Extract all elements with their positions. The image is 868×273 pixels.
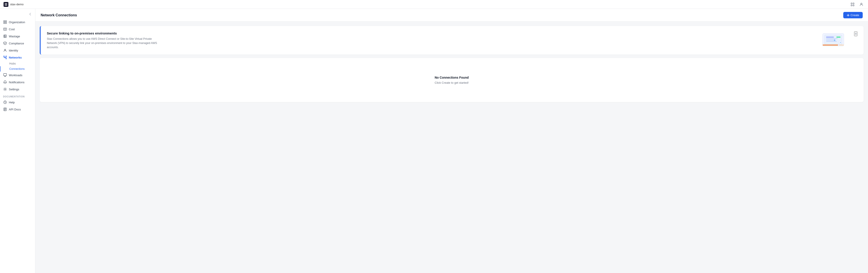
sidebar-sub-item-hubs[interactable]: Hubs bbox=[0, 61, 35, 66]
topbar: stax-demo bbox=[0, 0, 868, 9]
svg-rect-5 bbox=[4, 21, 5, 22]
sidebar-sub-label-hubs: Hubs bbox=[9, 62, 16, 65]
topbar-right bbox=[849, 1, 865, 7]
sidebar-sub-label-connections: Connections bbox=[9, 67, 25, 70]
organization-icon bbox=[3, 20, 7, 24]
info-banner-illustration bbox=[819, 31, 850, 49]
settings-icon bbox=[3, 87, 7, 91]
sidebar-item-identity[interactable]: Identity bbox=[0, 47, 35, 54]
svg-point-17 bbox=[5, 89, 5, 90]
notifications-icon bbox=[3, 80, 7, 84]
help-icon bbox=[3, 100, 7, 104]
sidebar-label-notifications: Notifications bbox=[9, 81, 25, 84]
sidebar-label-workloads: Workloads bbox=[9, 73, 22, 77]
api-docs-icon bbox=[3, 107, 7, 111]
sidebar-item-workloads[interactable]: Workloads bbox=[0, 71, 35, 79]
sidebar-item-settings[interactable]: Settings bbox=[0, 86, 35, 93]
svg-rect-26 bbox=[826, 41, 837, 42]
empty-state-title: No Connections Found bbox=[435, 76, 469, 79]
wastage-icon bbox=[3, 34, 7, 38]
topbar-left: stax-demo bbox=[3, 2, 24, 7]
empty-state-description: Click Create to get started! bbox=[435, 81, 469, 84]
sidebar-sub-item-connections[interactable]: Connections bbox=[0, 66, 35, 71]
svg-rect-3 bbox=[853, 5, 854, 6]
sidebar-label-compliance: Compliance bbox=[9, 42, 24, 45]
svg-rect-29 bbox=[823, 44, 838, 46]
create-button[interactable]: Create bbox=[843, 12, 863, 18]
illustration-svg bbox=[819, 31, 850, 49]
svg-rect-1 bbox=[853, 3, 854, 4]
svg-point-4 bbox=[861, 3, 862, 4]
app-title: stax-demo bbox=[10, 3, 24, 6]
sidebar-label-cost: Cost bbox=[9, 28, 15, 31]
svg-point-19 bbox=[5, 103, 5, 103]
svg-rect-7 bbox=[4, 23, 5, 24]
svg-rect-24 bbox=[826, 38, 838, 39]
sidebar-item-notifications[interactable]: Notifications bbox=[0, 79, 35, 86]
user-icon[interactable] bbox=[858, 1, 865, 7]
main-content: Network Connections Create Secure linkin… bbox=[35, 9, 868, 273]
svg-rect-30 bbox=[839, 44, 844, 46]
svg-rect-6 bbox=[5, 21, 7, 22]
main-header: Network Connections Create bbox=[35, 9, 868, 22]
info-banner-description: Stax Connections allows you to use AWS D… bbox=[47, 37, 162, 49]
svg-rect-2 bbox=[851, 5, 852, 6]
svg-point-32 bbox=[834, 40, 835, 41]
grid-icon[interactable] bbox=[849, 1, 856, 7]
svg-rect-16 bbox=[3, 73, 7, 76]
sidebar-label-organization: Organization bbox=[9, 21, 25, 24]
sidebar-item-api-docs[interactable]: API Docs bbox=[0, 106, 35, 113]
svg-rect-8 bbox=[5, 23, 7, 24]
svg-rect-23 bbox=[826, 36, 834, 37]
sidebar-item-cost[interactable]: Cost bbox=[0, 26, 35, 33]
app-logo bbox=[3, 2, 8, 7]
sidebar-item-compliance[interactable]: Compliance bbox=[0, 40, 35, 47]
sidebar-item-help[interactable]: Help bbox=[0, 99, 35, 106]
sidebar-label-settings: Settings bbox=[9, 88, 19, 91]
layout: Organization Cost Wastage bbox=[0, 9, 868, 273]
doc-section-label: DOCUMENTATION bbox=[0, 93, 35, 99]
info-banner-close-button[interactable]: × bbox=[854, 31, 858, 36]
sidebar-collapse bbox=[0, 10, 35, 19]
collapse-button[interactable] bbox=[28, 11, 33, 17]
main-body: Secure linking to on-premises environmen… bbox=[35, 22, 868, 273]
sidebar-label-identity: Identity bbox=[9, 49, 18, 52]
identity-icon bbox=[3, 49, 7, 52]
sidebar-item-networks[interactable]: Networks bbox=[0, 54, 35, 61]
sidebar-label-networks: Networks bbox=[9, 56, 22, 59]
sidebar-item-wastage[interactable]: Wastage bbox=[0, 33, 35, 40]
empty-state: No Connections Found Click Create to get… bbox=[40, 58, 864, 102]
sidebar-label-help: Help bbox=[9, 101, 15, 104]
create-button-label: Create bbox=[850, 13, 859, 17]
sidebar: Organization Cost Wastage bbox=[0, 9, 35, 273]
svg-rect-28 bbox=[837, 37, 841, 37]
svg-rect-0 bbox=[851, 3, 852, 4]
info-banner-left: Secure linking to on-premises environmen… bbox=[47, 31, 814, 49]
compliance-icon bbox=[3, 41, 7, 45]
info-banner-title: Secure linking to on-premises environmen… bbox=[47, 31, 814, 35]
sidebar-item-organization[interactable]: Organization bbox=[0, 19, 35, 26]
page-title: Network Connections bbox=[41, 13, 77, 17]
networks-icon bbox=[3, 55, 7, 59]
info-banner: Secure linking to on-premises environmen… bbox=[40, 26, 864, 55]
workloads-icon bbox=[3, 73, 7, 77]
cost-icon bbox=[3, 27, 7, 31]
sidebar-label-api-docs: API Docs bbox=[9, 108, 21, 111]
svg-point-11 bbox=[5, 49, 6, 50]
sidebar-label-wastage: Wastage bbox=[9, 35, 20, 38]
